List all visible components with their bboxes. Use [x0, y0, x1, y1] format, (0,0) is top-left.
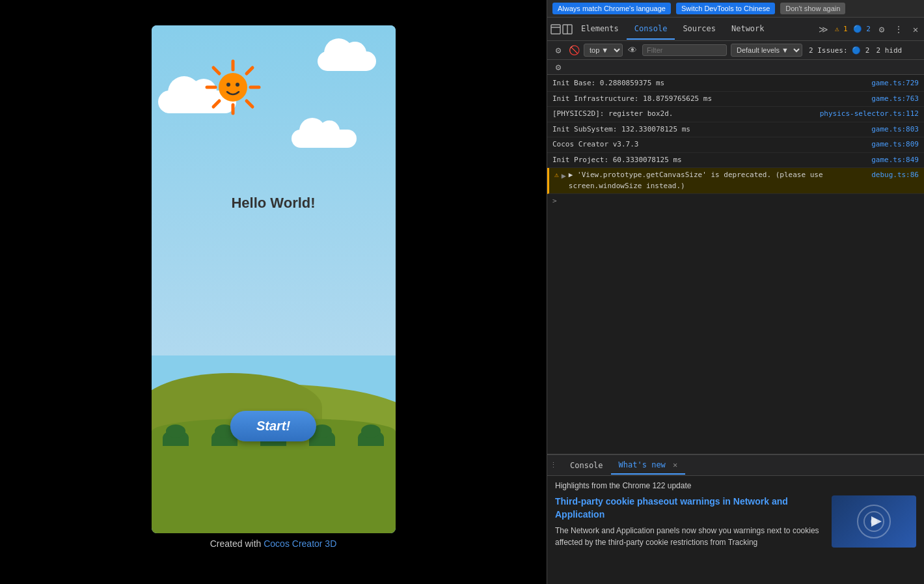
dock-icon-2[interactable] — [562, 23, 573, 35]
console-row: Init Base: 0.2880859375 ms game.ts:729 — [547, 76, 924, 92]
more-options-icon[interactable]: ⋮ — [893, 23, 904, 35]
console-prompt: > — [547, 194, 924, 208]
bush-1 — [163, 430, 189, 446]
hidden-badge: 2 hidd — [876, 46, 902, 55]
bottom-content-inner: Third-party cookie phaseout warnings in … — [555, 495, 916, 548]
more-tabs-icon[interactable]: ≫ — [818, 23, 830, 35]
svg-line-7 — [213, 101, 219, 107]
start-button[interactable]: Start! — [230, 411, 316, 441]
sun-container — [204, 58, 262, 117]
console-message-text: Init Project: 60.3330078125 ms — [552, 155, 866, 166]
context-selector[interactable]: top ▼ — [584, 44, 623, 57]
close-devtools-icon[interactable]: ✕ — [910, 23, 921, 35]
console-row: Cocos Creator v3.7.3 game.ts:809 — [547, 137, 924, 153]
svg-line-6 — [247, 68, 252, 74]
article-thumbnail[interactable] — [832, 495, 916, 548]
svg-line-5 — [247, 101, 252, 107]
bottom-tab-whats-new[interactable]: What's new ✕ — [611, 456, 686, 475]
console-source-link[interactable]: game.ts:809 — [871, 139, 919, 150]
prompt-arrow: > — [552, 197, 557, 205]
warning-badge: ⚠ 1 — [835, 25, 848, 33]
svg-line-4 — [213, 68, 219, 74]
warning-icon: ⚠ — [554, 170, 559, 181]
console-source-link[interactable]: game.ts:849 — [871, 155, 919, 166]
dock-icon-1[interactable] — [550, 23, 562, 35]
console-row: Init Infrastructure: 18.8759765625 ms ga… — [547, 92, 924, 107]
svg-point-9 — [226, 83, 230, 87]
game-footer: Created with Cocos Creator 3D — [210, 538, 337, 549]
console-message-text: Cocos Creator v3.7.3 — [552, 139, 866, 150]
eye-icon[interactable]: 👁 — [627, 44, 638, 56]
console-settings-row: ⚙ — [547, 60, 924, 75]
issues-badge: 2 Issues: 🔵 2 — [809, 46, 869, 55]
tab-elements[interactable]: Elements — [573, 19, 627, 40]
console-message-text: [PHYSICS2D]: register box2d. — [552, 109, 815, 120]
console-row-warning: ⚠ ▶ ▶ 'View.prototype.getCanvasSize' is … — [547, 168, 924, 194]
console-message-text: Init Base: 0.2880859375 ms — [552, 78, 866, 89]
bottom-tabs: ⋮ Console What's new ✕ — [547, 455, 924, 476]
devtools-tabs: Elements Console Sources Network ≫ ⚠ 1 🔵… — [547, 18, 924, 41]
game-canvas-wrapper: Hello World! Start! Created with — [146, 25, 400, 559]
article-title: Third-party cookie phaseout warnings in … — [555, 495, 824, 521]
svg-point-8 — [219, 73, 247, 102]
console-gear-icon[interactable]: ⚙ — [552, 61, 564, 73]
svg-marker-18 — [871, 516, 882, 527]
whats-new-label: What's new — [619, 460, 666, 469]
dont-show-again-button[interactable]: Don't show again — [780, 3, 845, 14]
bottom-tab-console[interactable]: Console — [562, 457, 611, 474]
tab-close-button[interactable]: ✕ — [673, 460, 677, 469]
article-text: Third-party cookie phaseout warnings in … — [555, 495, 824, 548]
console-toolbar: ⚙ 🚫 top ▼ 👁 Default levels ▼ 2 Issues: 🔵… — [547, 41, 924, 60]
settings-icon[interactable]: ⚙ — [876, 23, 888, 35]
bottom-more-icon[interactable]: ⋮ — [550, 461, 557, 469]
clear-console-icon[interactable]: 🚫 — [568, 44, 580, 56]
console-settings-icon[interactable]: ⚙ — [552, 44, 564, 56]
svg-rect-11 — [551, 25, 560, 34]
devtools-notification-bar: Always match Chrome's language Switch De… — [547, 0, 924, 18]
switch-devtools-button[interactable]: Switch DevTools to Chinese — [676, 3, 775, 14]
console-messages: Init Base: 0.2880859375 ms game.ts:729 I… — [547, 75, 924, 454]
info-badge: 🔵 2 — [853, 25, 871, 33]
tab-sources[interactable]: Sources — [675, 19, 724, 40]
thumbnail-graphic — [854, 502, 893, 541]
console-row: [PHYSICS2D]: register box2d. physics-sel… — [547, 107, 924, 122]
devtools-bottom-panel: ⋮ Console What's new ✕ Highlights from t… — [547, 454, 924, 584]
article-body: The Network and Application panels now s… — [555, 525, 824, 548]
console-source-link[interactable]: physics-selector.ts:112 — [820, 109, 919, 120]
console-message-text: Init SubSystem: 132.330078125 ms — [552, 124, 866, 135]
tab-network[interactable]: Network — [724, 19, 772, 40]
console-row: Init SubSystem: 132.330078125 ms game.ts… — [547, 122, 924, 138]
levels-selector[interactable]: Default levels ▼ — [731, 44, 802, 57]
bottom-panel-content: Highlights from the Chrome 122 update Th… — [547, 476, 924, 584]
footer-text: Created with — [210, 538, 264, 549]
highlights-title: Highlights from the Chrome 122 update — [555, 481, 916, 490]
tab-console[interactable]: Console — [627, 19, 675, 40]
console-source-link[interactable]: game.ts:729 — [871, 78, 919, 89]
match-language-button[interactable]: Always match Chrome's language — [552, 3, 671, 14]
filter-input[interactable] — [642, 44, 727, 56]
hello-world-text: Hello World! — [231, 195, 315, 212]
devtools-panel: Always match Chrome's language Switch De… — [547, 0, 924, 584]
expand-arrow[interactable]: ▶ — [562, 170, 566, 182]
bush-5 — [358, 430, 384, 446]
console-row: Init Project: 60.3330078125 ms game.ts:8… — [547, 153, 924, 169]
game-area: Hello World! Start! Created with — [0, 0, 547, 584]
console-source-link[interactable]: debug.ts:86 — [871, 170, 919, 181]
svg-point-10 — [236, 83, 239, 87]
cloud-3 — [292, 130, 357, 148]
console-source-link[interactable]: game.ts:763 — [871, 94, 919, 105]
game-canvas: Hello World! Start! — [152, 25, 396, 533]
cocos-creator-link[interactable]: Cocos Creator 3D — [264, 538, 336, 549]
cloud-1 — [318, 51, 376, 71]
console-message-text: ▶ 'View.prototype.getCanvasSize' is depr… — [569, 170, 866, 191]
console-source-link[interactable]: game.ts:803 — [871, 124, 919, 135]
devtools-tab-icons: ≫ ⚠ 1 🔵 2 ⚙ ⋮ ✕ — [818, 23, 921, 35]
console-message-text: Init Infrastructure: 18.8759765625 ms — [552, 94, 866, 105]
sun-rays-svg — [204, 58, 262, 117]
